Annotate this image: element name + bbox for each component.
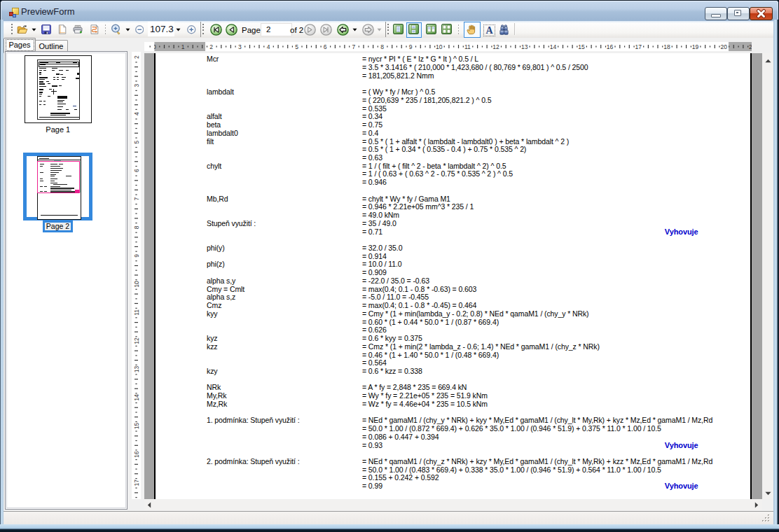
svg-text:9: 9: [409, 43, 413, 50]
svg-text:16: 16: [607, 43, 614, 50]
svg-text:8: 8: [133, 225, 140, 229]
svg-text:8: 8: [380, 43, 384, 50]
svg-text:10: 10: [133, 281, 140, 288]
svg-text:3: 3: [238, 43, 242, 50]
svg-text:9: 9: [133, 254, 140, 258]
svg-text:14: 14: [133, 394, 140, 401]
svg-text:5: 5: [295, 43, 298, 50]
svg-text:2: 2: [209, 43, 213, 50]
svg-text:17: 17: [133, 479, 140, 486]
svg-text:5: 5: [133, 140, 140, 144]
svg-text:15: 15: [133, 423, 140, 430]
svg-text:20: 20: [720, 43, 727, 50]
svg-text:12: 12: [133, 337, 140, 344]
svg-text:6: 6: [133, 169, 140, 172]
svg-text:7: 7: [352, 43, 356, 50]
svg-text:21: 21: [749, 43, 752, 50]
svg-text:13: 13: [133, 366, 140, 373]
svg-text:18: 18: [663, 43, 670, 50]
svg-text:16: 16: [133, 451, 140, 458]
svg-text:13: 13: [521, 43, 528, 50]
svg-text:4: 4: [267, 43, 270, 50]
svg-text:19: 19: [692, 43, 699, 50]
svg-text:3: 3: [133, 83, 140, 87]
svg-text:6: 6: [324, 43, 327, 50]
svg-text:4: 4: [133, 112, 140, 115]
svg-text:17: 17: [635, 43, 642, 50]
svg-text:14: 14: [550, 43, 557, 50]
svg-text:7: 7: [133, 197, 140, 201]
svg-text:11: 11: [464, 43, 471, 50]
svg-text:15: 15: [578, 43, 585, 50]
svg-text:12: 12: [492, 43, 499, 50]
svg-text:1: 1: [181, 43, 185, 50]
svg-text:11: 11: [133, 309, 140, 316]
svg-text:10: 10: [436, 43, 443, 50]
svg-text:2: 2: [133, 55, 140, 59]
